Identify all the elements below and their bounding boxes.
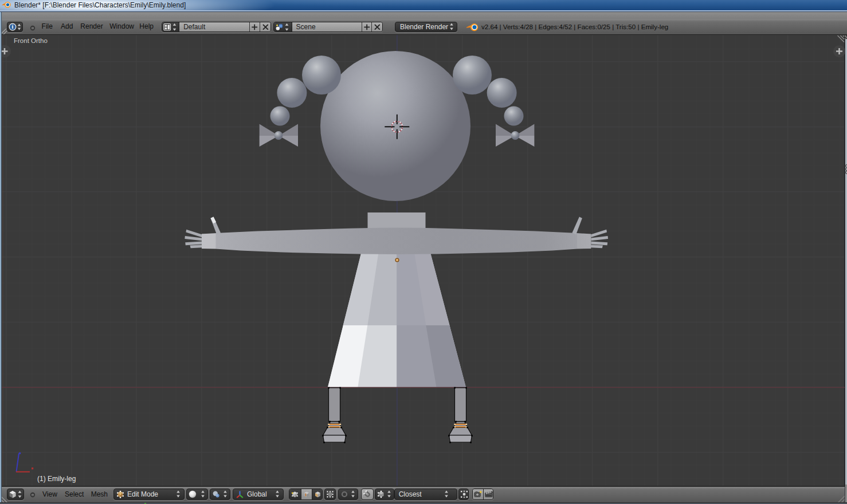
svg-text:i: i — [12, 23, 14, 30]
